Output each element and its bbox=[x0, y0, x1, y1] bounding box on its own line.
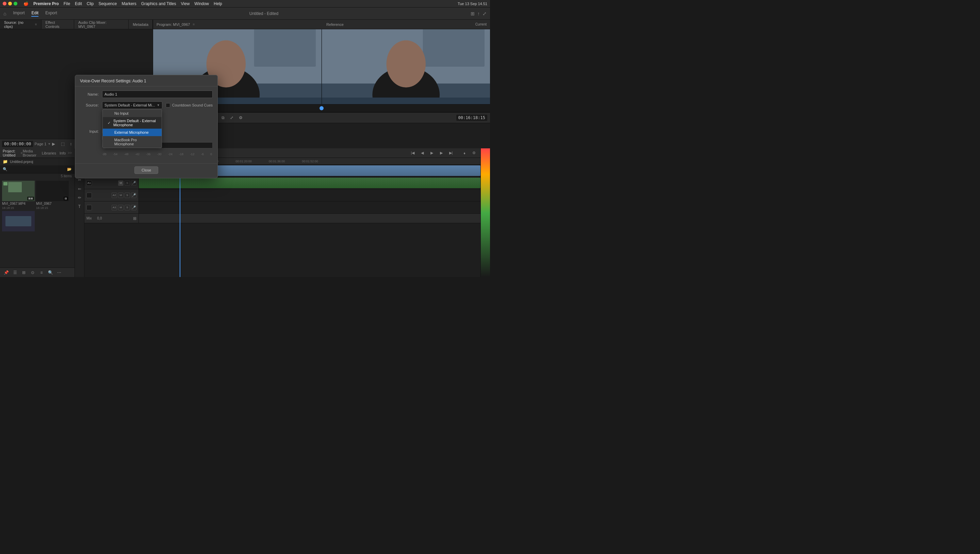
zoom-icon[interactable]: ⤢ bbox=[482, 11, 487, 16]
source-dropdown[interactable]: System Default - External Mi... ▼ No Inp… bbox=[102, 102, 162, 109]
menu-view[interactable]: View bbox=[181, 2, 190, 6]
info-tab[interactable]: Info bbox=[60, 151, 66, 155]
menu-graphics[interactable]: Graphics and Titles bbox=[141, 2, 176, 6]
apple-menu[interactable]: 🍎 bbox=[24, 2, 29, 6]
libraries-tab[interactable]: Libraries bbox=[42, 151, 56, 155]
menu-markers[interactable]: Markers bbox=[121, 2, 136, 6]
a2-mute[interactable]: M bbox=[118, 193, 124, 198]
tab-source[interactable]: Source: (no clips) ≡ bbox=[0, 20, 41, 29]
a1-clip[interactable] bbox=[139, 178, 480, 188]
thumbnail-item-2[interactable] bbox=[2, 211, 35, 233]
a1-solo[interactable]: S bbox=[124, 180, 130, 186]
svg-rect-2 bbox=[254, 29, 316, 67]
a1-mic[interactable]: 🎤 bbox=[131, 180, 137, 186]
page-control[interactable]: Page 1 ▼ ▶ bbox=[34, 142, 55, 146]
tool-autofit[interactable]: ⊙ bbox=[29, 269, 36, 276]
menu-premiere[interactable]: Premiere Pro bbox=[33, 2, 59, 6]
a3-mute[interactable]: M bbox=[118, 205, 124, 210]
type-tool[interactable]: T bbox=[76, 203, 83, 210]
a3-solo[interactable]: S bbox=[124, 205, 130, 210]
a2-btn[interactable]: A2 bbox=[111, 193, 117, 198]
thumbnail-item-0[interactable]: ⊞⊞ MVI_0967.MP4 16:18:15 bbox=[2, 181, 35, 210]
dropdown-item-0[interactable]: No Input bbox=[103, 110, 162, 117]
tool-pin[interactable]: 📌 bbox=[3, 269, 10, 276]
close-button[interactable]: Close bbox=[134, 166, 158, 174]
tl-goto-end[interactable]: ▶| bbox=[447, 150, 455, 157]
tool-grid[interactable]: ⊞ bbox=[21, 269, 27, 276]
tl-add-marker[interactable]: ♦ bbox=[461, 150, 468, 157]
dialog-name-input[interactable] bbox=[102, 91, 213, 98]
tl-step-back[interactable]: ◀ bbox=[418, 150, 426, 157]
fullscreen-button[interactable] bbox=[14, 2, 18, 5]
tl-play[interactable]: ▶ bbox=[428, 150, 436, 157]
search-input[interactable] bbox=[10, 167, 65, 172]
tool-more[interactable]: ⋯ bbox=[56, 269, 63, 276]
home-icon[interactable]: ⌂ bbox=[3, 11, 6, 16]
menu-clip[interactable]: Clip bbox=[87, 2, 94, 6]
tool-search-bottom[interactable]: 🔍 bbox=[47, 269, 54, 276]
dropdown-item-3[interactable]: MacBook Pro Microphone bbox=[103, 136, 162, 148]
source-dropdown-menu[interactable]: No Input ✓ System Default - External Mic… bbox=[102, 109, 162, 148]
countdown-checkbox[interactable] bbox=[166, 103, 170, 108]
project-file-item[interactable]: 📁 Untitled.prproj bbox=[0, 158, 75, 166]
extract-icon[interactable]: ↕ bbox=[67, 140, 74, 147]
compare-icon[interactable]: ⧉ bbox=[220, 115, 226, 121]
dropdown-item-2[interactable]: External Microphone bbox=[103, 129, 162, 136]
tab-audio-clip-mixer[interactable]: Audio Clip Mixer: MVI_0967 bbox=[74, 20, 129, 29]
tool-sort[interactable]: ≡ bbox=[38, 269, 45, 276]
menu-sequence[interactable]: Sequence bbox=[98, 2, 117, 6]
thumbnail-label-0: MVI_0967.MP4 bbox=[2, 201, 35, 206]
thumbnail-item-1[interactable]: ⊟ MVI_0967 16:18:15 bbox=[36, 181, 69, 210]
a3-mic[interactable]: 🎤 bbox=[131, 205, 137, 210]
search-bar: 🔍 📂 bbox=[0, 166, 75, 174]
a3-btn[interactable]: A3 bbox=[111, 205, 117, 210]
menu-help[interactable]: Help bbox=[214, 2, 222, 6]
media-browser-tab[interactable]: Media Browser bbox=[23, 149, 38, 157]
page-dropdown-arrow[interactable]: ▼ bbox=[48, 142, 51, 146]
db-scale: dB -54 -48 -42 -36 -30 -24 -18 -12 -6 0 bbox=[102, 153, 213, 156]
track-a3-toggle[interactable] bbox=[86, 205, 92, 210]
nav-edit[interactable]: Edit bbox=[31, 11, 38, 17]
pen-tool[interactable]: ✏ bbox=[76, 194, 83, 201]
full-screen-icon[interactable]: ⤢ bbox=[228, 115, 235, 121]
voiceover-dialog[interactable]: Voice-Over Record Settings: Audio 1 Name… bbox=[75, 75, 218, 178]
tab-metadata[interactable]: Metadata bbox=[129, 20, 153, 29]
tl-goto-start[interactable]: |◀ bbox=[409, 150, 417, 157]
tab-effect-controls[interactable]: Effect Controls bbox=[41, 20, 74, 29]
project-title: Project: Untitled bbox=[3, 149, 19, 157]
tl-settings[interactable]: ⚙ bbox=[470, 150, 478, 157]
track-a1-toggle[interactable]: A1 bbox=[86, 180, 92, 186]
nav-import[interactable]: Import bbox=[13, 11, 24, 17]
minimize-button[interactable] bbox=[8, 2, 12, 5]
program-current: Current bbox=[476, 22, 487, 26]
a2-mic[interactable]: 🎤 bbox=[131, 193, 137, 198]
expand-icon[interactable]: ⊞ bbox=[471, 11, 475, 16]
track-a1: A1 M S 🎤 bbox=[84, 177, 480, 189]
settings-icon[interactable]: ⚙ bbox=[237, 115, 244, 121]
a1-controls: M S 🎤 bbox=[118, 180, 137, 186]
share-icon[interactable]: ↑ bbox=[477, 11, 480, 16]
tool-list[interactable]: ☰ bbox=[11, 269, 18, 276]
project-panel: Project: Untitled ≡ Media Browser Librar… bbox=[0, 148, 75, 277]
page-next-icon[interactable]: ▶ bbox=[52, 142, 55, 146]
folder-icon: 📁 bbox=[3, 159, 8, 164]
a1-mute[interactable]: M bbox=[118, 180, 124, 186]
menu-file[interactable]: File bbox=[64, 2, 70, 6]
toolbar-nav: Import Edit Export bbox=[13, 11, 57, 17]
track-a2-toggle[interactable] bbox=[86, 193, 92, 198]
nav-export[interactable]: Export bbox=[45, 11, 57, 17]
menu-edit[interactable]: Edit bbox=[75, 2, 82, 6]
dropdown-item-1[interactable]: ✓ System Default - External Microphone bbox=[103, 117, 162, 129]
mix-icon[interactable]: ⊞ bbox=[133, 216, 137, 221]
menu-window[interactable]: Window bbox=[194, 2, 209, 6]
scrubber-handle[interactable] bbox=[320, 106, 324, 110]
lift-icon[interactable]: ⬚ bbox=[59, 140, 66, 147]
a2-solo[interactable]: S bbox=[124, 193, 130, 198]
program-duration: 00:16:18:15 bbox=[456, 115, 487, 121]
title-bar: 🍎 Premiere Pro File Edit Clip Sequence M… bbox=[0, 0, 490, 8]
slip-tool[interactable]: ⇐ bbox=[76, 185, 83, 193]
close-button[interactable] bbox=[3, 2, 6, 5]
new-bin-icon[interactable]: 📂 bbox=[67, 167, 72, 172]
panel-menu-icon[interactable]: >> bbox=[68, 151, 72, 155]
tl-step-forward[interactable]: ▶ bbox=[438, 150, 445, 157]
